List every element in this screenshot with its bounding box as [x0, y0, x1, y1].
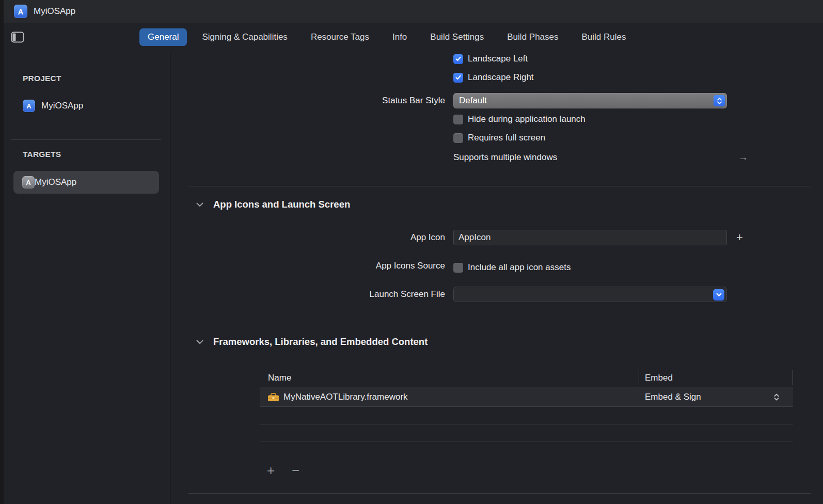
- empty-table-row: [260, 424, 793, 442]
- project-navigator: PROJECT A MyiOSApp TARGETS A MyiOSApp: [0, 51, 170, 504]
- app-icons-source-label: App Icons Source: [170, 258, 445, 274]
- window-edge: [0, 0, 4, 504]
- tab-general[interactable]: General: [139, 28, 187, 46]
- target-item-label: MyiOSApp: [35, 177, 76, 187]
- section-divider: [188, 493, 811, 494]
- include-all-icons-label: Include all app icon assets: [468, 262, 571, 273]
- include-all-icons-checkbox[interactable]: [453, 263, 463, 273]
- app-icons-source-row: App Icons Source Include all app icon as…: [170, 258, 823, 274]
- tab-build-settings[interactable]: Build Settings: [422, 28, 492, 46]
- hide-during-launch-row: Hide during application launch: [453, 113, 585, 126]
- project-item-label: MyiOSApp: [41, 101, 83, 111]
- hide-during-launch-label: Hide during application launch: [468, 114, 585, 124]
- sidebar-toggle-icon[interactable]: [11, 32, 24, 43]
- tab-bar: General Signing & Capabilities Resource …: [0, 24, 823, 51]
- launch-screen-label: Launch Screen File: [170, 287, 445, 302]
- app-icons-section-title: App Icons and Launch Screen: [213, 199, 350, 210]
- status-bar-style-label: Status Bar Style: [170, 93, 445, 108]
- frameworks-table-header: Name Embed: [260, 369, 793, 387]
- sidebar-item-project[interactable]: A MyiOSApp: [23, 100, 83, 112]
- target-general-pane: Landscape Left Landscape Right Status Ba…: [170, 51, 823, 504]
- section-divider: [188, 186, 811, 186]
- target-icon: A: [22, 176, 35, 188]
- sidebar-divider: [11, 139, 161, 140]
- chevron-down-icon: [196, 340, 203, 344]
- combo-chevron-icon: [713, 289, 724, 301]
- supports-multiple-windows-arrow-icon[interactable]: →: [738, 151, 748, 164]
- add-framework-button[interactable]: +: [267, 464, 275, 477]
- tab-build-rules[interactable]: Build Rules: [574, 28, 635, 46]
- project-section-header: PROJECT: [23, 74, 61, 83]
- status-bar-style-popup[interactable]: Default: [453, 93, 727, 108]
- app-icon-add-button[interactable]: +: [736, 231, 743, 244]
- chevron-down-icon: [196, 202, 203, 207]
- sidebar-item-target[interactable]: A MyiOSApp: [13, 171, 159, 194]
- tab-strip: General Signing & Capabilities Resource …: [139, 24, 635, 51]
- project-icon: A: [23, 100, 35, 112]
- framework-row[interactable]: MyNativeAOTLibrary.framework Embed & Sig…: [260, 387, 793, 407]
- landscape-left-row: Landscape Left: [453, 52, 528, 66]
- app-icons-section-header[interactable]: App Icons and Launch Screen: [196, 199, 350, 210]
- app-icon-field[interactable]: [453, 230, 727, 245]
- frameworks-section-title: Frameworks, Libraries, and Embedded Cont…: [213, 336, 428, 348]
- check-icon: [455, 56, 461, 61]
- popup-stepper-icon: [714, 95, 725, 106]
- requires-full-screen-row: Requires full screen: [453, 131, 545, 145]
- frameworks-table: Name Embed MyNativeAOTLibrary.fr: [260, 369, 793, 442]
- tab-build-phases[interactable]: Build Phases: [499, 28, 566, 46]
- app-icon-label: App Icon: [170, 230, 445, 245]
- column-divider: [639, 370, 639, 385]
- landscape-left-label: Landscape Left: [468, 54, 528, 64]
- app-icon-row: App Icon +: [170, 230, 823, 245]
- landscape-right-label: Landscape Right: [468, 72, 534, 83]
- column-header-embed: Embed: [645, 369, 673, 387]
- tab-signing-capabilities[interactable]: Signing & Capabilities: [194, 28, 295, 46]
- include-all-icons-row: Include all app icon assets: [453, 261, 571, 274]
- empty-table-row: [260, 407, 793, 424]
- framework-name: MyNativeAOTLibrary.framework: [283, 387, 408, 407]
- check-icon: [455, 75, 461, 80]
- requires-full-screen-label: Requires full screen: [468, 133, 545, 143]
- column-divider: [793, 370, 793, 385]
- landscape-right-row: Landscape Right: [453, 71, 534, 84]
- xcode-window: A MyiOSApp General Signing & Capabilitie…: [0, 0, 823, 504]
- requires-full-screen-checkbox[interactable]: [453, 133, 463, 143]
- app-project-icon: A: [14, 5, 27, 18]
- embed-stepper-icon[interactable]: [773, 393, 780, 404]
- hide-during-launch-checkbox[interactable]: [453, 115, 463, 124]
- window-title: MyiOSApp: [34, 6, 75, 17]
- status-bar-style-row: Status Bar Style Default: [170, 93, 823, 108]
- landscape-right-checkbox[interactable]: [453, 73, 463, 83]
- landscape-left-checkbox[interactable]: [453, 54, 463, 64]
- status-bar-style-value: Default: [459, 96, 487, 106]
- framework-toolbox-icon: [267, 393, 279, 404]
- tab-info[interactable]: Info: [384, 28, 415, 46]
- launch-screen-combo[interactable]: [453, 287, 727, 302]
- supports-multiple-windows-label: Supports multiple windows: [453, 151, 557, 164]
- targets-section-header: TARGETS: [23, 150, 61, 159]
- tab-resource-tags[interactable]: Resource Tags: [303, 28, 377, 46]
- frameworks-section-header[interactable]: Frameworks, Libraries, and Embedded Cont…: [196, 336, 428, 348]
- section-divider: [188, 323, 811, 323]
- launch-screen-row: Launch Screen File: [170, 287, 823, 302]
- remove-framework-button[interactable]: −: [292, 464, 299, 477]
- framework-embed-value: Embed & Sign: [645, 387, 701, 407]
- title-bar: A MyiOSApp: [0, 0, 823, 23]
- supports-multiple-windows-row: Supports multiple windows →: [170, 151, 823, 164]
- column-header-name: Name: [268, 369, 291, 387]
